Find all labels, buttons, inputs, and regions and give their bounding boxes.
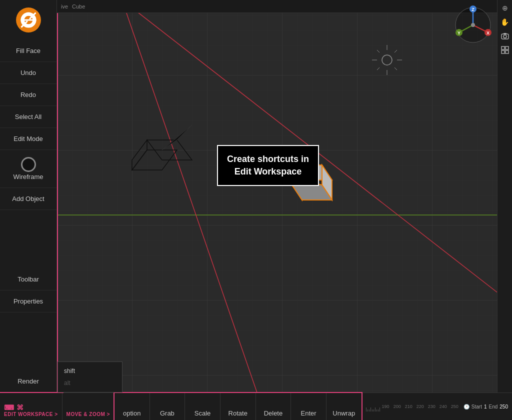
sidebar-item-redo[interactable]: Redo bbox=[0, 84, 56, 106]
cursor-icon[interactable]: ⊕ bbox=[500, 2, 510, 14]
edit-workspace-button[interactable]: ⌨ ⌘ EDIT WORKSPACE > bbox=[0, 393, 62, 420]
svg-point-40 bbox=[504, 35, 506, 38]
left-sidebar: Fill Face Undo Redo Select All Edit Mode… bbox=[0, 0, 57, 392]
svg-rect-41 bbox=[504, 33, 506, 34]
svg-point-38 bbox=[471, 23, 475, 27]
camera-icon[interactable] bbox=[500, 30, 510, 42]
navigation-gizmo[interactable]: Z X Y bbox=[453, 5, 493, 45]
shortcut-delete[interactable]: Delete bbox=[256, 393, 292, 420]
shortcut-enter[interactable]: Enter bbox=[291, 393, 326, 420]
grid-icon[interactable] bbox=[500, 44, 510, 56]
header-bar: ive Cube bbox=[57, 0, 497, 13]
timeline-marks bbox=[366, 402, 380, 412]
svg-rect-3 bbox=[20, 19, 36, 20]
move-zoom-button[interactable]: MOVE & ZOOM > bbox=[62, 393, 114, 420]
sidebar-item-select-all[interactable]: Select All bbox=[0, 106, 56, 128]
bottom-toolbar: ⌨ ⌘ EDIT WORKSPACE > MOVE & ZOOM > optio… bbox=[0, 392, 512, 420]
sidebar-item-wireframe[interactable]: Wireframe bbox=[0, 150, 56, 188]
sidebar-item-undo[interactable]: Undo bbox=[0, 62, 56, 84]
sidebar-item-toolbar[interactable]: Toolbar bbox=[0, 268, 56, 290]
svg-text:Y: Y bbox=[458, 30, 460, 36]
svg-rect-43 bbox=[506, 46, 508, 50]
timeline-section: 190 200 210 220 230 240 250 🕐 Start 1 En… bbox=[362, 393, 512, 420]
svg-text:X: X bbox=[486, 30, 490, 36]
svg-rect-44 bbox=[502, 50, 504, 54]
hand-icon[interactable]: ✋ bbox=[500, 16, 510, 28]
sidebar-item-edit-mode[interactable]: Edit Mode bbox=[0, 128, 56, 150]
shortcuts-section: option Grab Scale Rotate Delete Enter Un… bbox=[114, 393, 362, 420]
blender-logo[interactable] bbox=[14, 5, 44, 35]
timeline-bar: 190 200 210 220 230 240 250 🕐 Start 1 En… bbox=[382, 404, 508, 410]
shortcut-rotate[interactable]: Rotate bbox=[220, 393, 256, 420]
viewport-3d[interactable]: Create shortcuts in Edit Workspace Z X Y bbox=[57, 0, 512, 392]
context-menu: shift alt bbox=[58, 362, 122, 392]
svg-rect-45 bbox=[506, 50, 508, 54]
svg-rect-42 bbox=[502, 46, 504, 50]
right-toolbar: ⊕ ✋ bbox=[497, 0, 512, 392]
grid-background bbox=[57, 0, 512, 392]
shortcut-grab[interactable]: Grab bbox=[150, 393, 186, 420]
svg-text:Z: Z bbox=[472, 7, 474, 12]
keyboard-icon: ⌨ bbox=[4, 404, 14, 412]
shortcut-unwrap[interactable]: Unwrap bbox=[326, 393, 362, 420]
cmd-icon: ⌘ bbox=[16, 404, 24, 412]
context-menu-shift: shift bbox=[58, 365, 122, 377]
sidebar-item-properties[interactable]: Properties bbox=[0, 290, 56, 312]
context-menu-alt: alt bbox=[58, 377, 122, 389]
sidebar-item-fill-face[interactable]: Fill Face bbox=[0, 40, 56, 62]
shortcut-option[interactable]: option bbox=[114, 393, 150, 420]
wireframe-circle bbox=[21, 157, 36, 172]
svg-rect-7 bbox=[57, 0, 512, 392]
sidebar-item-add-object[interactable]: Add Object bbox=[0, 188, 56, 210]
shortcut-scale[interactable]: Scale bbox=[185, 393, 220, 420]
timeline-numbers: 190 200 210 220 230 240 250 bbox=[382, 404, 458, 409]
sidebar-item-render[interactable]: Render bbox=[0, 370, 56, 392]
